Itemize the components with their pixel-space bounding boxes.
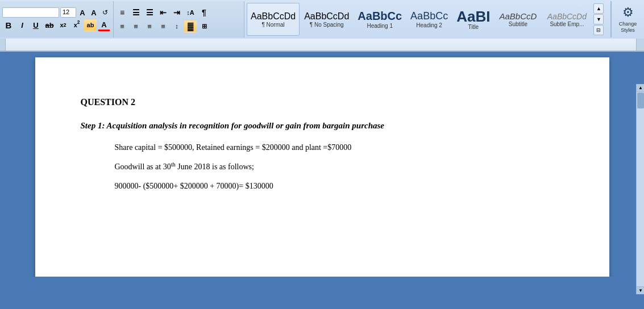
strikethrough-btn[interactable]: ab (43, 19, 56, 31)
italic-btn[interactable]: I (16, 19, 28, 31)
style-heading2[interactable]: AaBbCc Heading 2 (406, 3, 452, 36)
change-styles-btn[interactable]: ⚙ ChangeStyles (611, 1, 644, 37)
styles-more[interactable]: ⊟ (593, 25, 604, 35)
styles-ribbon: 12 A A ↺ B I U ab x2 x2 ab A (0, 0, 644, 39)
highlight-btn[interactable]: ab (84, 19, 97, 31)
font-color-btn[interactable]: A (98, 19, 110, 31)
scrollbar[interactable]: ▲ ▼ (636, 84, 644, 277)
increase-indent-btn[interactable]: ⇥ (171, 6, 183, 19)
font-size-box[interactable]: 12 (60, 7, 76, 18)
line1: Share capital = $500000, Retained earnin… (115, 143, 564, 152)
shrink-font-btn[interactable]: A (89, 7, 99, 18)
style-normal[interactable]: AaBbCcDd ¶ Normal (247, 3, 300, 36)
style-subtle-emphasis[interactable]: AaBbCcDd Subtle Emp... (542, 3, 592, 36)
line-spacing-btn[interactable]: ↕ (171, 20, 183, 32)
document-page[interactable]: QUESTION 2 Step 1: Acquisition analysis … (35, 57, 609, 277)
align-right-btn[interactable]: ≡ (143, 20, 156, 32)
underline-btn[interactable]: U (30, 19, 42, 31)
scroll-up-arrow[interactable]: ▲ (637, 84, 644, 92)
pilcrow-btn[interactable]: ¶ (198, 6, 210, 19)
numbering-btn[interactable]: ☰ (130, 6, 142, 19)
superscript-btn[interactable]: x2 (70, 19, 83, 31)
scroll-thumb[interactable] (637, 93, 644, 108)
ruler: 2 1 ·1 2 3 4 5 6 (0, 39, 644, 51)
bold-btn[interactable]: B (2, 19, 15, 31)
align-left-btn[interactable]: ≡ (116, 20, 128, 32)
clear-format-btn[interactable]: ↺ (100, 7, 110, 18)
step1-heading: Step 1: Acquisition analysis in recognit… (81, 121, 564, 131)
multilevel-btn[interactable]: ☰ (143, 6, 156, 19)
font-name-box[interactable] (2, 7, 59, 18)
question-heading: QUESTION 2 (81, 97, 564, 107)
decrease-indent-btn[interactable]: ⇤ (157, 6, 169, 19)
styles-scroll-controls: ▲ ▼ ⊟ (593, 3, 604, 35)
borders-btn[interactable]: ⊞ (198, 20, 210, 32)
styles-scroll-up[interactable]: ▲ (593, 3, 604, 14)
justify-btn[interactable]: ≡ (157, 20, 169, 32)
shading-btn[interactable]: ▓ (184, 20, 197, 32)
line3: 900000- ($500000+ $200000 + 70000)= $130… (115, 182, 564, 191)
style-heading1[interactable]: AaBbCc Heading 1 (354, 3, 406, 36)
sort-btn[interactable]: ↕A (184, 6, 197, 19)
style-subtitle[interactable]: AaBbCcD Subtitle (495, 3, 541, 36)
style-title[interactable]: AaBI Title (452, 3, 494, 36)
bullets-btn[interactable]: ≡ (116, 6, 128, 19)
subscript-btn[interactable]: x2 (57, 19, 69, 31)
document-area: QUESTION 2 Step 1: Acquisition analysis … (0, 52, 644, 277)
grow-font-btn[interactable]: A (77, 7, 88, 18)
styles-section: AaBbCcDd ¶ Normal AaBbCcDd ¶ No Spacing … (244, 1, 611, 37)
styles-scroll-down[interactable]: ▼ (593, 14, 604, 24)
line2: Goodwill as at 30th June 2018 is as foll… (115, 162, 564, 172)
style-no-spacing[interactable]: AaBbCcDd ¶ No Spacing (300, 3, 353, 36)
align-center-btn[interactable]: ≡ (130, 20, 142, 32)
